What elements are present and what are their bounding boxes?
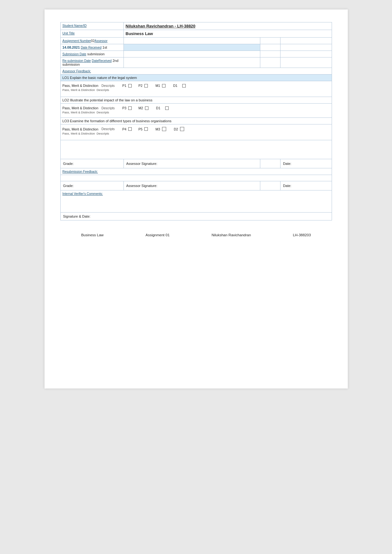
submission-row: Submission Date submission	[60, 51, 332, 57]
lo2-checkbox-row: Pass, Merit & Distinction Descripts P3 M…	[60, 104, 332, 118]
form-table: Student Name/ID Nilukshan Ravichandran -…	[60, 22, 332, 220]
submission-val-3	[280, 51, 332, 57]
lo2-m2-label: M2	[138, 106, 143, 110]
lo1-descripts-label: Descripts	[101, 84, 115, 87]
spacer-row-2	[60, 175, 332, 181]
grade-label-cell-2: Grade:	[60, 181, 124, 190]
spacer-cell-2	[60, 175, 332, 181]
assessor-sig-label-cell-1: Assessor Signature:	[124, 159, 260, 168]
lo2-pmd-label: Pass, Merit & Distinction	[63, 106, 99, 110]
student-name-value: Nilukshan Ravichandran - LH-38820	[126, 24, 196, 28]
footer-student: Nilukshan Ravichandran	[212, 233, 251, 237]
unit-title-row: Unit Title Business Law	[60, 30, 332, 38]
lo1-p2-checkbox[interactable]	[144, 84, 148, 87]
lo3-p4-checkbox[interactable]	[128, 127, 132, 131]
lo1-checkbox-row: Pass, Merit & Distinction Descripts P1 P…	[60, 81, 332, 97]
resub-val-1	[124, 57, 260, 68]
submission-date-label: Submission Date	[63, 52, 87, 56]
grade-row-2: Grade: Assessor Signature: Date:	[60, 181, 332, 190]
lo1-p2-label: P2	[138, 84, 142, 87]
resubmission-feedback-label: Resubmission Feedback:	[63, 170, 98, 173]
lo3-pmd-label2: Pass, Merit & Distinction	[63, 132, 95, 135]
resubmission-feedback-row: Resubmission Feedback:	[60, 168, 332, 175]
lo2-d1-label: D1	[156, 106, 160, 110]
student-name-label-cell: Student Name/ID	[60, 22, 124, 30]
resubmission-date-label: Re-submission Date	[63, 59, 91, 63]
footer-id: LH-388203	[293, 233, 311, 237]
resub-val-3	[280, 57, 332, 68]
assignment-number-value: 02	[91, 39, 94, 43]
lo1-heading-cell: LO1 Explain the basic nature of the lega…	[60, 75, 332, 81]
assignment-label-cell: Assignment Number02Assessor	[60, 38, 124, 44]
internal-verifier-cell: Internal Verifier's Comments:	[60, 190, 332, 213]
spacer-cell	[60, 140, 332, 159]
lo3-heading-row: LO3 Examine the formation of different t…	[60, 118, 332, 124]
assessor-sig-label-2: Assessor Signature:	[126, 184, 157, 188]
unit-title-label-cell: Unit Title	[60, 30, 124, 38]
assignment-row: Assignment Number02Assessor	[60, 38, 332, 44]
date-label-cell-1: Date:	[280, 159, 332, 168]
student-name-row: Student Name/ID Nilukshan Ravichandran -…	[60, 22, 332, 30]
lo2-d1-checkbox[interactable]	[165, 106, 169, 110]
date-received-label: Date Received	[81, 46, 102, 49]
lo2-pmd-label2: Pass, Merit & Distinction	[63, 111, 95, 114]
lo2-heading-row: LO2 Illustrate the potential impact of t…	[60, 97, 332, 104]
page-container: Student Name/ID Nilukshan Ravichandran -…	[45, 9, 348, 388]
assessor-sig-label-1: Assessor Signature:	[126, 162, 157, 166]
lo2-checkbox-cell: Pass, Merit & Distinction Descripts P3 M…	[60, 104, 332, 118]
lo3-descripts-label2: Descripts	[97, 132, 109, 135]
date-label-2: Date:	[283, 184, 291, 188]
lo3-heading: LO3 Examine the formation of different t…	[63, 119, 172, 123]
lo2-p3-label: P3	[122, 106, 126, 110]
lo3-p4-label: P4	[122, 127, 126, 131]
student-name-value-cell: Nilukshan Ravichandran - LH-38820	[124, 22, 332, 30]
lo1-heading-row: LO1 Explain the basic nature of the lega…	[60, 75, 332, 81]
unit-title-label: Unit Title	[63, 32, 75, 35]
lo1-pmd-label: Pass, Merit & Distinction	[63, 84, 99, 87]
date-row: 14.08.2021 Date Received 1st	[60, 44, 332, 51]
date-received-1st-cell	[124, 44, 260, 51]
lo1-d1-checkbox[interactable]	[182, 84, 186, 87]
lo2-p3-checkbox[interactable]	[128, 106, 132, 110]
resubmission-feedback-cell: Resubmission Feedback:	[60, 168, 332, 175]
lo3-d2-label: D2	[174, 127, 178, 131]
assessor-label: Assessor	[94, 39, 107, 43]
date-label-cell-2: Date:	[280, 181, 332, 190]
lo1-p1-checkbox[interactable]	[128, 84, 132, 87]
lo2-heading: LO2 Illustrate the potential impact of t…	[63, 98, 153, 102]
empty-cell-1	[260, 38, 280, 44]
lo3-p5-label: P5	[138, 127, 142, 131]
assignment-number-label: Assignment Number	[63, 39, 91, 43]
assessor-sig-label-cell-2: Assessor Signature:	[124, 181, 260, 190]
lo2-m2-checkbox[interactable]	[145, 106, 148, 110]
signature-cell: Signature & Date:	[60, 213, 332, 220]
resubmission-date-row: Re-submission Date DateReceived 2nd subm…	[60, 57, 332, 68]
lo2-descripts-label2: Descripts	[97, 111, 109, 114]
date-value: 14.08.2021	[63, 45, 80, 49]
lo1-m1-checkbox[interactable]	[162, 84, 166, 87]
resub-val-2	[260, 57, 280, 68]
assessor-value-cell	[124, 38, 260, 44]
lo3-p5-checkbox[interactable]	[144, 127, 148, 131]
student-name-label: Student Name/ID	[63, 24, 87, 27]
lo3-checkbox-row: Pass, Merit & Distinction Descripts P4 P…	[60, 124, 332, 140]
assessor-feedback-label: Assessor Feedback:	[63, 69, 91, 73]
lo2-descripts-label: Descripts	[101, 106, 115, 110]
internal-verifier-label: Internal Verifier's Comments:	[63, 192, 103, 196]
spacer-row	[60, 140, 332, 159]
lo3-checkbox-cell: Pass, Merit & Distinction Descripts P4 P…	[60, 124, 332, 140]
date-empty-2	[280, 44, 332, 51]
lo3-m3-checkbox[interactable]	[162, 127, 166, 131]
grade-label-1: Grade:	[63, 162, 74, 166]
lo1-pmd-label2: Pass, Merit & Distinction	[63, 88, 95, 92]
grade-label-cell-1: Grade:	[60, 159, 124, 168]
lo3-d2-checkbox[interactable]	[180, 127, 184, 131]
date-received-2nd-label: DateReceived	[92, 59, 112, 63]
empty-cell-2	[280, 38, 332, 44]
lo3-descripts-label: Descripts	[101, 127, 115, 131]
resubmission-date-label-cell: Re-submission Date DateReceived 2nd subm…	[60, 57, 124, 68]
grade-empty-1	[260, 159, 280, 168]
grade-empty-2	[260, 181, 280, 190]
lo3-pmd-label: Pass, Merit & Distinction	[63, 127, 99, 131]
grade-label-2: Grade:	[63, 184, 74, 188]
